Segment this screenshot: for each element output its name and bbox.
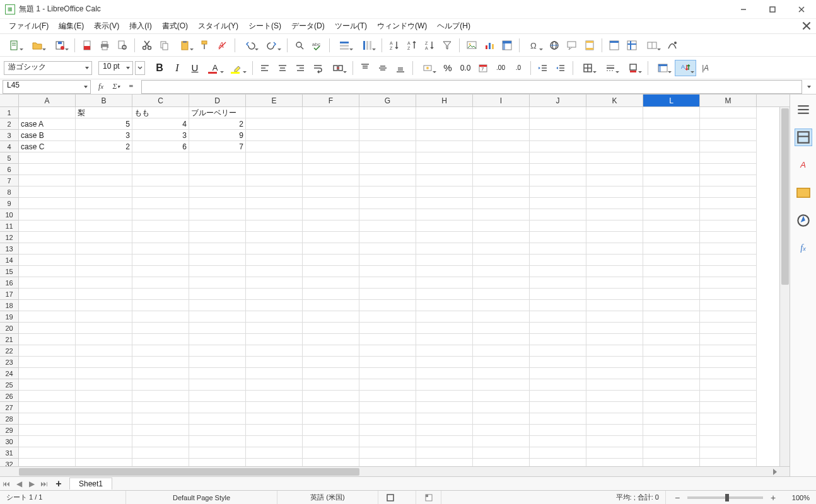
cell[interactable]	[586, 391, 643, 402]
cell[interactable]	[19, 152, 76, 164]
cell[interactable]	[19, 436, 76, 447]
cell[interactable]	[700, 164, 757, 175]
cell[interactable]	[586, 152, 643, 164]
cell[interactable]	[246, 459, 303, 466]
cell[interactable]	[700, 379, 757, 391]
cell[interactable]	[416, 425, 473, 436]
cell[interactable]	[76, 164, 132, 175]
cell[interactable]	[303, 379, 359, 391]
tab-first-icon[interactable]: ⏮	[0, 478, 13, 490]
cell[interactable]	[132, 436, 189, 447]
spreadsheet-grid[interactable]: ABCDEFGHIJKLM 1梨ももブルーベリー2case A5423case …	[0, 94, 790, 476]
cell[interactable]	[586, 220, 643, 232]
cell[interactable]	[246, 209, 303, 220]
cell[interactable]	[643, 209, 700, 220]
font-size-combo[interactable]: 10 pt	[98, 61, 133, 75]
cell[interactable]	[530, 379, 586, 391]
cell[interactable]	[586, 255, 643, 266]
italic-button[interactable]: I	[169, 60, 185, 76]
cell[interactable]	[643, 164, 700, 175]
cell[interactable]	[359, 152, 416, 164]
cell[interactable]	[246, 164, 303, 175]
cell[interactable]	[643, 311, 700, 323]
wrap-text-button[interactable]	[310, 60, 326, 76]
status-insert-mode[interactable]	[378, 491, 416, 504]
cell[interactable]	[473, 175, 530, 186]
cell[interactable]	[643, 391, 700, 402]
cell[interactable]	[586, 379, 643, 391]
cell[interactable]	[473, 311, 530, 323]
cell[interactable]	[132, 391, 189, 402]
cell[interactable]	[586, 425, 643, 436]
cell[interactable]	[530, 186, 586, 198]
cell[interactable]	[303, 391, 359, 402]
cell[interactable]	[303, 345, 359, 357]
cell[interactable]	[189, 266, 246, 277]
freeze-panes-button[interactable]	[624, 37, 640, 54]
row-header[interactable]: 18	[0, 300, 19, 311]
cell[interactable]	[189, 232, 246, 243]
cell[interactable]	[416, 107, 473, 118]
cell[interactable]	[416, 277, 473, 289]
row-header[interactable]: 17	[0, 289, 19, 300]
cell[interactable]	[132, 413, 189, 425]
cell[interactable]	[303, 266, 359, 277]
cell[interactable]	[473, 459, 530, 466]
cell[interactable]	[76, 152, 132, 164]
cell[interactable]	[643, 232, 700, 243]
cell[interactable]	[189, 436, 246, 447]
cell[interactable]	[643, 300, 700, 311]
cell[interactable]	[586, 198, 643, 209]
cell[interactable]	[700, 357, 757, 368]
row-header[interactable]: 20	[0, 323, 19, 334]
cell[interactable]	[76, 277, 132, 289]
cell[interactable]	[473, 413, 530, 425]
paste-button[interactable]	[174, 37, 195, 54]
cell[interactable]	[530, 243, 586, 255]
cell[interactable]	[530, 266, 586, 277]
export-pdf-button[interactable]	[79, 37, 95, 54]
cell[interactable]	[76, 232, 132, 243]
cell[interactable]	[473, 379, 530, 391]
align-center-button[interactable]	[274, 60, 291, 76]
cell[interactable]	[473, 266, 530, 277]
cell[interactable]	[303, 118, 359, 130]
name-box[interactable]: L45	[3, 80, 91, 94]
cell[interactable]	[643, 459, 700, 466]
cell[interactable]	[586, 232, 643, 243]
maximize-button[interactable]	[758, 0, 787, 19]
cell[interactable]	[643, 186, 700, 198]
cell[interactable]	[132, 368, 189, 379]
cell[interactable]	[246, 277, 303, 289]
cell[interactable]	[700, 289, 757, 300]
insert-image-button[interactable]	[463, 37, 480, 54]
cell[interactable]	[643, 425, 700, 436]
cell[interactable]	[643, 198, 700, 209]
column-header[interactable]: L	[643, 94, 700, 106]
cell[interactable]	[700, 300, 757, 311]
autoformat-button[interactable]	[652, 60, 673, 76]
vertical-scrollbar[interactable]	[779, 107, 790, 476]
cell[interactable]	[700, 266, 757, 277]
cell[interactable]	[132, 345, 189, 357]
cell[interactable]	[303, 220, 359, 232]
sort-button[interactable]: AZ	[386, 37, 402, 54]
row-header[interactable]: 15	[0, 266, 19, 277]
cell[interactable]	[303, 300, 359, 311]
cell[interactable]	[359, 357, 416, 368]
cell[interactable]	[132, 152, 189, 164]
cell[interactable]	[359, 164, 416, 175]
sort-desc-button[interactable]: ZA	[421, 37, 438, 54]
cell[interactable]	[473, 141, 530, 152]
cell[interactable]	[530, 209, 586, 220]
cell[interactable]	[416, 345, 473, 357]
cell[interactable]	[643, 220, 700, 232]
cell[interactable]: 2	[76, 141, 132, 152]
cell[interactable]	[303, 209, 359, 220]
sheet-tab[interactable]: Sheet1	[69, 478, 112, 490]
cell[interactable]	[473, 334, 530, 345]
cell[interactable]	[586, 130, 643, 141]
cut-button[interactable]	[139, 37, 155, 54]
cell[interactable]	[132, 402, 189, 413]
cell[interactable]	[19, 266, 76, 277]
